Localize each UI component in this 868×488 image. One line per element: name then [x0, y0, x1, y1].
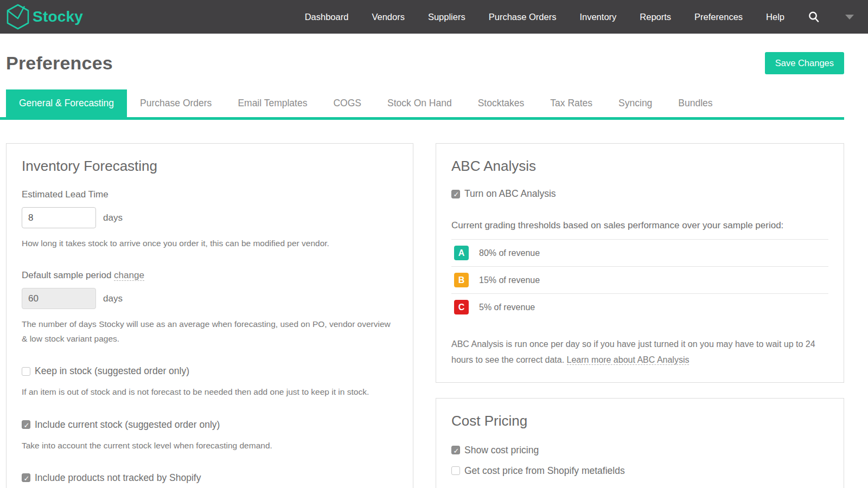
grade-row-b: B 15% of revenue	[451, 266, 828, 293]
brand-name: Stocky	[33, 8, 83, 25]
sample-period-row: days	[22, 288, 398, 309]
include-untracked-checkbox[interactable]: Include products not tracked by Shopify	[22, 472, 398, 484]
keep-in-stock-help: If an item is out of stock and is not fo…	[22, 384, 398, 399]
tab-email-templates[interactable]: Email Templates	[225, 89, 320, 117]
grade-c-text: 5% of revenue	[479, 303, 535, 312]
grade-c-badge: C	[454, 300, 469, 314]
nav-inventory[interactable]: Inventory	[579, 12, 616, 22]
abc-analysis-card: ABC Analysis Turn on ABC Analysis Curren…	[436, 143, 844, 383]
nav-help[interactable]: Help	[766, 12, 784, 22]
nav-purchase-orders[interactable]: Purchase Orders	[489, 12, 557, 22]
keep-in-stock-checkbox[interactable]: Keep in stock (suggested order only)	[22, 365, 398, 377]
show-cost-pricing-checkbox[interactable]: Show cost pricing	[451, 445, 828, 456]
checkbox-checked-icon[interactable]	[451, 446, 460, 454]
sample-period-label: Default sample period change	[22, 270, 398, 281]
include-current-stock-checkbox[interactable]: Include current stock (suggested order o…	[22, 419, 398, 431]
metafields-label: Get cost price from Shopify metafields	[464, 465, 625, 477]
cost-pricing-card: Cost Pricing Show cost pricing Get cost …	[436, 398, 844, 488]
checkbox-checked-icon[interactable]	[22, 420, 30, 429]
inventory-forecasting-card: Inventory Forecasting Estimated Lead Tim…	[6, 143, 413, 488]
stocky-logo[interactable]: Stocky	[5, 3, 83, 30]
grade-b-badge: B	[454, 273, 469, 287]
cost-pricing-title: Cost Pricing	[451, 413, 828, 429]
content-area: Inventory Forecasting Estimated Lead Tim…	[0, 120, 868, 488]
nav-vendors[interactable]: Vendors	[372, 12, 405, 22]
lead-time-row: days	[22, 207, 398, 228]
nav-reports[interactable]: Reports	[640, 12, 671, 22]
tab-general-forecasting[interactable]: General & Forecasting	[6, 89, 127, 117]
tab-purchase-orders[interactable]: Purchase Orders	[127, 89, 225, 117]
nav-dashboard[interactable]: Dashboard	[305, 12, 349, 22]
abc-intro-text: Current grading thresholds based on sale…	[451, 220, 828, 231]
sample-period-label-text: Default sample period	[22, 270, 111, 280]
tab-syncing[interactable]: Syncing	[605, 89, 665, 117]
lead-time-help: How long it takes stock to arrive once y…	[22, 236, 398, 251]
abc-analysis-title: ABC Analysis	[451, 158, 828, 175]
show-cost-pricing-label: Show cost pricing	[464, 445, 539, 456]
chevron-down-icon[interactable]	[845, 15, 854, 20]
grade-row-c: C 5% of revenue	[451, 293, 828, 320]
sample-period-change-link[interactable]: change	[114, 270, 144, 281]
include-untracked-label: Include products not tracked by Shopify	[35, 472, 201, 484]
lead-time-label: Estimated Lead Time	[22, 189, 398, 200]
stocky-cube-icon	[5, 3, 30, 30]
nav-links: Dashboard Vendors Suppliers Purchase Ord…	[305, 11, 854, 23]
search-icon[interactable]	[808, 11, 820, 23]
grade-a-badge: A	[454, 246, 469, 260]
sample-period-unit: days	[103, 293, 123, 304]
right-column: ABC Analysis Turn on ABC Analysis Curren…	[436, 143, 844, 488]
grade-a-text: 80% of revenue	[479, 248, 540, 258]
include-current-stock-label: Include current stock (suggested order o…	[35, 419, 220, 431]
keep-in-stock-label: Keep in stock (suggested order only)	[35, 365, 189, 377]
tab-cogs[interactable]: COGS	[320, 89, 374, 117]
sample-period-help: The number of days Stocky will use as an…	[22, 317, 398, 346]
tab-tax-rates[interactable]: Tax Rates	[537, 89, 605, 117]
checkbox-icon[interactable]	[22, 367, 30, 376]
turn-on-abc-checkbox[interactable]: Turn on ABC Analysis	[451, 188, 828, 200]
grade-row-a: A 80% of revenue	[451, 239, 828, 266]
abc-footnote: ABC Analysis is run once per day so if y…	[451, 337, 826, 368]
save-changes-button[interactable]: Save Changes	[765, 52, 844, 74]
stocky-preferences-page: Stocky Dashboard Vendors Suppliers Purch…	[0, 0, 868, 488]
lead-time-input[interactable]	[22, 207, 96, 228]
turn-on-abc-label: Turn on ABC Analysis	[464, 188, 556, 200]
tab-bundles[interactable]: Bundles	[665, 89, 725, 117]
learn-more-abc-link[interactable]: Learn more about ABC Analysis	[567, 355, 690, 365]
include-current-stock-help: Take into account the current stock leve…	[22, 438, 398, 453]
sample-period-input	[22, 288, 96, 309]
checkbox-icon[interactable]	[451, 466, 460, 475]
checkbox-checked-icon[interactable]	[451, 190, 460, 198]
nav-suppliers[interactable]: Suppliers	[428, 12, 465, 22]
inventory-forecasting-title: Inventory Forecasting	[22, 158, 398, 175]
tab-stocktakes[interactable]: Stocktakes	[465, 89, 538, 117]
checkbox-checked-icon[interactable]	[22, 473, 30, 482]
page-title: Preferences	[6, 53, 113, 74]
grade-b-text: 15% of revenue	[479, 275, 540, 285]
preferences-tab-bar: General & Forecasting Purchase Orders Em…	[0, 89, 844, 120]
page-header: Preferences Save Changes	[0, 34, 868, 89]
metafields-checkbox[interactable]: Get cost price from Shopify metafields	[451, 465, 828, 477]
top-nav: Stocky Dashboard Vendors Suppliers Purch…	[0, 0, 868, 34]
lead-time-unit: days	[103, 213, 123, 223]
nav-preferences[interactable]: Preferences	[694, 12, 743, 22]
tab-stock-on-hand[interactable]: Stock On Hand	[374, 89, 465, 117]
